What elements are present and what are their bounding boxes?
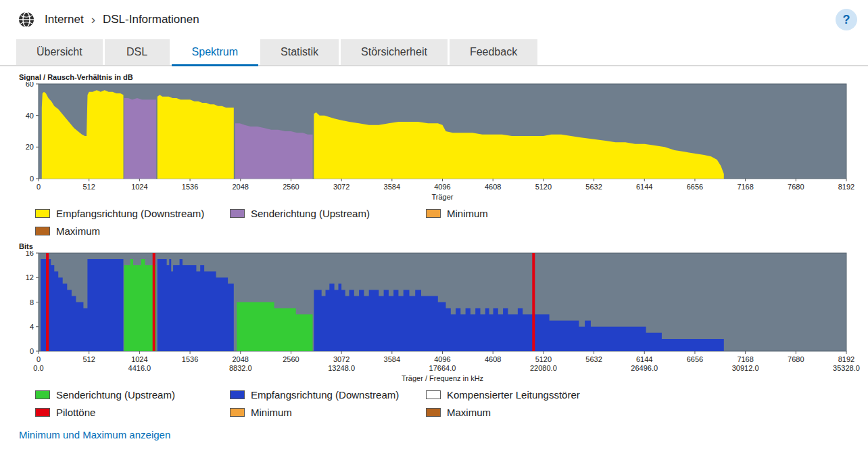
spectrum-content: Signal / Rausch-Verhältnis in dB 0512102… bbox=[0, 66, 868, 441]
svg-text:3584: 3584 bbox=[384, 183, 400, 191]
svg-text:5632: 5632 bbox=[585, 183, 602, 191]
legend-label: Senderichtung (Upstream) bbox=[251, 208, 370, 219]
svg-text:30912.0: 30912.0 bbox=[732, 364, 759, 372]
svg-text:35328.0: 35328.0 bbox=[833, 364, 860, 372]
legend-item-upstream: Senderichtung (Upstream) bbox=[230, 207, 426, 220]
svg-text:60: 60 bbox=[26, 82, 34, 88]
svg-text:0: 0 bbox=[37, 355, 41, 363]
svg-text:512: 512 bbox=[83, 355, 95, 363]
svg-text:5120: 5120 bbox=[535, 183, 552, 191]
bits-x-axis-caption: Träger / Frequenz in kHz bbox=[39, 374, 846, 382]
upstream-color-swatch bbox=[35, 390, 50, 399]
svg-text:4608: 4608 bbox=[485, 183, 501, 191]
svg-text:3072: 3072 bbox=[333, 355, 349, 363]
snr-chart-title: Signal / Rausch-Verhältnis in dB bbox=[19, 73, 868, 81]
legend-label: Senderichtung (Upstream) bbox=[56, 389, 175, 401]
svg-text:6656: 6656 bbox=[687, 183, 703, 191]
minimum-color-swatch bbox=[230, 408, 245, 417]
svg-text:7680: 7680 bbox=[788, 355, 804, 363]
svg-text:2048: 2048 bbox=[233, 183, 249, 191]
tab-feedback[interactable]: Feedback bbox=[450, 39, 537, 65]
legend-item-downstream: Empfangsrichtung (Downstream) bbox=[35, 207, 230, 220]
svg-text:7680: 7680 bbox=[788, 183, 804, 191]
svg-text:8832.0: 8832.0 bbox=[229, 364, 252, 372]
tab-spektrum[interactable]: Spektrum bbox=[172, 39, 258, 65]
svg-text:4: 4 bbox=[30, 323, 34, 331]
breadcrumb-separator-icon: › bbox=[91, 12, 95, 27]
svg-text:20: 20 bbox=[26, 143, 34, 151]
svg-text:6144: 6144 bbox=[636, 183, 652, 191]
downstream-color-swatch bbox=[230, 390, 245, 399]
pilottoene-color-swatch bbox=[35, 408, 50, 417]
minimum-color-swatch bbox=[426, 209, 441, 218]
svg-text:1536: 1536 bbox=[182, 355, 198, 363]
svg-text:5120: 5120 bbox=[535, 355, 552, 363]
snr-chart: 0512102415362048256030723584409646085120… bbox=[0, 82, 868, 193]
svg-text:5632: 5632 bbox=[585, 355, 602, 363]
svg-text:6656: 6656 bbox=[687, 355, 703, 363]
svg-text:3072: 3072 bbox=[333, 183, 349, 191]
legend-item-downstream: Empfangsrichtung (Downstream) bbox=[230, 388, 426, 401]
legend-label: Kompensierter Leitungsstörer bbox=[447, 389, 580, 401]
legend-label: Maximum bbox=[447, 407, 491, 418]
svg-text:2048: 2048 bbox=[233, 355, 249, 363]
downstream-color-swatch bbox=[35, 209, 50, 218]
bits-chart-title: Bits bbox=[19, 242, 868, 250]
legend-label: Minimum bbox=[447, 208, 488, 219]
legend-item-upstream: Senderichtung (Upstream) bbox=[35, 388, 230, 401]
svg-text:8: 8 bbox=[30, 298, 34, 307]
svg-text:1536: 1536 bbox=[182, 183, 198, 191]
help-button[interactable]: ? bbox=[836, 9, 857, 30]
legend-item-maximum: Maximum bbox=[35, 225, 230, 237]
svg-text:0: 0 bbox=[37, 183, 41, 191]
svg-text:4096: 4096 bbox=[434, 183, 450, 191]
svg-text:1024: 1024 bbox=[131, 183, 147, 191]
svg-text:7168: 7168 bbox=[737, 183, 753, 191]
svg-text:16: 16 bbox=[26, 251, 34, 257]
svg-text:13248.0: 13248.0 bbox=[328, 364, 355, 372]
header: Internet › DSL-Informationen ? bbox=[0, 0, 868, 39]
tab-uebersicht[interactable]: Übersicht bbox=[16, 39, 103, 65]
upstream-color-swatch bbox=[230, 209, 245, 218]
leitungsstoerer-color-swatch bbox=[426, 390, 441, 399]
svg-text:0.0: 0.0 bbox=[33, 364, 43, 372]
svg-text:4608: 4608 bbox=[485, 355, 501, 363]
svg-text:2560: 2560 bbox=[283, 355, 299, 363]
bits-chart: 00.051210244416.0153620488832.0256030721… bbox=[0, 251, 868, 374]
internet-globe-icon bbox=[18, 11, 35, 28]
legend-item-leitungsstoerer: Kompensierter Leitungsstörer bbox=[426, 388, 580, 401]
svg-text:26496.0: 26496.0 bbox=[631, 364, 658, 372]
legend-label: Pilottöne bbox=[56, 407, 95, 418]
tab-statistik[interactable]: Statistik bbox=[260, 39, 339, 65]
svg-text:0: 0 bbox=[30, 175, 34, 183]
breadcrumb-section[interactable]: Internet bbox=[45, 13, 84, 26]
svg-text:1024: 1024 bbox=[131, 355, 147, 363]
svg-text:6144: 6144 bbox=[636, 355, 652, 363]
svg-text:12: 12 bbox=[26, 273, 34, 281]
svg-text:4416.0: 4416.0 bbox=[128, 364, 151, 372]
svg-text:8192: 8192 bbox=[838, 355, 854, 363]
legend-item-minimum: Minimum bbox=[426, 207, 488, 220]
maximum-color-swatch bbox=[35, 227, 50, 235]
legend-label: Maximum bbox=[56, 225, 100, 237]
svg-text:3584: 3584 bbox=[384, 355, 400, 363]
maximum-color-swatch bbox=[426, 408, 441, 417]
svg-text:512: 512 bbox=[83, 183, 95, 191]
svg-text:4096: 4096 bbox=[434, 355, 450, 363]
show-min-max-link[interactable]: Minimum und Maximum anzeigen bbox=[19, 429, 170, 440]
bits-legend: Senderichtung (Upstream) Empfangsrichtun… bbox=[35, 388, 868, 419]
svg-text:7168: 7168 bbox=[737, 355, 753, 363]
snr-legend: Empfangsrichtung (Downstream) Sendericht… bbox=[35, 207, 868, 237]
breadcrumb-page-title: DSL-Informationen bbox=[103, 13, 199, 26]
tab-stoersicherheit[interactable]: Störsicherheit bbox=[341, 39, 448, 65]
svg-text:22080.0: 22080.0 bbox=[530, 364, 557, 372]
legend-item-maximum: Maximum bbox=[426, 406, 491, 419]
svg-text:0: 0 bbox=[30, 347, 34, 355]
legend-label: Empfangsrichtung (Downstream) bbox=[251, 389, 399, 401]
svg-text:8192: 8192 bbox=[838, 183, 854, 191]
tab-dsl[interactable]: DSL bbox=[105, 39, 170, 65]
legend-item-minimum: Minimum bbox=[230, 406, 426, 419]
tab-bar: Übersicht DSL Spektrum Statistik Störsic… bbox=[0, 39, 868, 66]
legend-item-pilottoene: Pilottöne bbox=[35, 406, 230, 419]
snr-x-axis-caption: Träger bbox=[39, 193, 846, 201]
